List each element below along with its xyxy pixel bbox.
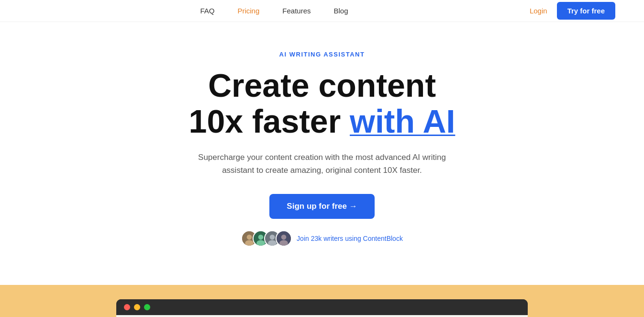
demo-titlebar bbox=[116, 299, 528, 315]
navbar: FAQ Pricing Features Blog Login Try for … bbox=[0, 0, 644, 22]
login-button[interactable]: Login bbox=[530, 7, 547, 15]
hero-eyebrow: AI WRITING ASSISTANT bbox=[279, 51, 365, 58]
hero-section: AI WRITING ASSISTANT Create content 10x … bbox=[0, 22, 644, 285]
svg-point-1 bbox=[247, 235, 252, 240]
svg-point-5 bbox=[256, 240, 265, 246]
hero-title-line2-plain: 10x faster bbox=[189, 103, 350, 139]
svg-point-8 bbox=[268, 240, 277, 246]
nav-actions: Login Try for free bbox=[530, 2, 615, 20]
nav-faq[interactable]: FAQ bbox=[200, 7, 214, 15]
window-maximize-dot bbox=[144, 304, 150, 310]
hero-title-highlight: with AI bbox=[350, 103, 455, 139]
nav-pricing[interactable]: Pricing bbox=[237, 7, 259, 15]
svg-point-4 bbox=[258, 235, 264, 240]
window-close-dot bbox=[124, 304, 130, 310]
nav-links: FAQ Pricing Features Blog bbox=[200, 7, 348, 15]
demo-section: Getting started with ContentBlock (~2 mi… bbox=[0, 285, 644, 317]
window-minimize-dot bbox=[134, 304, 140, 310]
social-proof: Join 23k writers using ContentBlock bbox=[241, 230, 403, 247]
demo-window: Getting started with ContentBlock (~2 mi… bbox=[116, 299, 528, 317]
svg-point-7 bbox=[270, 235, 275, 240]
avatar bbox=[276, 230, 292, 247]
hero-title: Create content 10x faster with AI bbox=[189, 68, 455, 139]
avatar-group bbox=[241, 230, 292, 247]
demo-content-bar: Getting started with ContentBlock (~2 mi… bbox=[116, 315, 528, 317]
try-for-free-button[interactable]: Try for free bbox=[557, 2, 615, 20]
hero-title-line1: Create content bbox=[208, 67, 436, 103]
hero-subtitle: Supercharge your content creation with t… bbox=[198, 151, 446, 177]
svg-point-11 bbox=[279, 240, 288, 246]
svg-point-10 bbox=[281, 235, 287, 240]
svg-point-2 bbox=[245, 240, 254, 246]
nav-features[interactable]: Features bbox=[282, 7, 311, 15]
signup-button[interactable]: Sign up for free → bbox=[269, 194, 374, 219]
nav-blog[interactable]: Blog bbox=[334, 7, 348, 15]
social-proof-text: Join 23k writers using ContentBlock bbox=[297, 235, 403, 242]
